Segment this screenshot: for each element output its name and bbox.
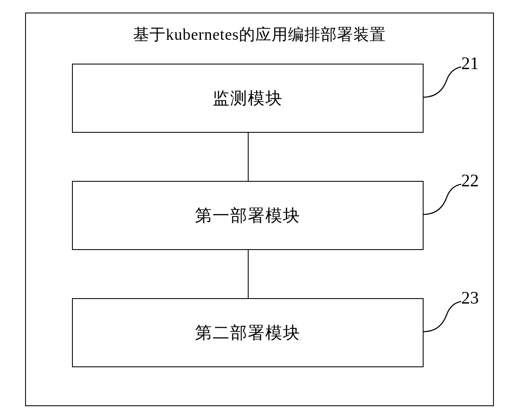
connector-line — [248, 250, 249, 298]
module-box-monitor: 监测模块 — [72, 64, 424, 133]
module-label: 监测模块 — [213, 87, 283, 110]
module-box-second-deploy: 第二部署模块 — [72, 298, 424, 367]
connector-line — [248, 133, 249, 181]
module-label: 第二部署模块 — [195, 321, 301, 344]
diagram-frame: 基于kubernetes的应用编排部署装置 监测模块 第一部署模块 第二部署模块… — [25, 13, 494, 406]
callout-ref-23: 23 — [461, 288, 479, 308]
module-label: 第一部署模块 — [195, 204, 301, 227]
module-box-first-deploy: 第一部署模块 — [72, 181, 424, 250]
callout-ref-22: 22 — [461, 170, 479, 191]
diagram-title: 基于kubernetes的应用编排部署装置 — [26, 24, 493, 45]
callout-ref-21: 21 — [461, 53, 479, 73]
